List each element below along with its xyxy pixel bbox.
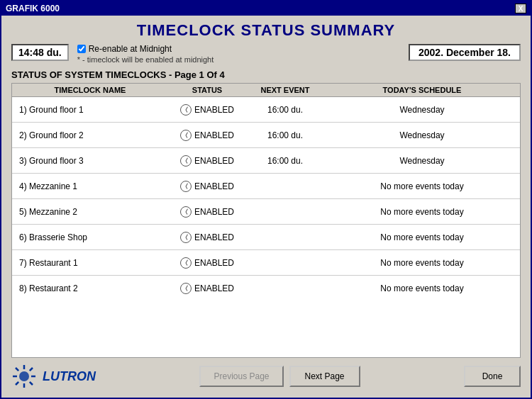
- status-text: ENABLED: [194, 156, 234, 166]
- section-header: STATUS OF SYSTEM TIMECLOCKS - Page 1 Of …: [11, 69, 521, 80]
- cell-timeclock-name: 7) Restaurant 1: [12, 255, 168, 271]
- cell-next-event: [246, 184, 324, 189]
- status-text: ENABLED: [194, 130, 234, 140]
- cell-schedule: Wednesday: [324, 153, 520, 169]
- cell-status: ENABLED: [168, 127, 246, 144]
- done-button[interactable]: Done: [464, 366, 521, 387]
- cell-schedule: No more events today: [324, 179, 520, 194]
- clock-icon: [180, 232, 192, 243]
- cell-next-event: [246, 260, 324, 266]
- clock-icon: [180, 104, 192, 116]
- window-title: GRAFIK 6000: [6, 4, 60, 13]
- clock-icon: [180, 206, 192, 218]
- clock-icon: [180, 257, 192, 269]
- enable-label-text: Re-enable at Midnight: [89, 44, 172, 54]
- close-button[interactable]: X: [515, 4, 526, 13]
- lutron-logo: LUTRON: [11, 364, 96, 389]
- cell-schedule: No more events today: [324, 230, 520, 245]
- cell-status: ENABLED: [168, 152, 246, 169]
- cell-timeclock-name: 3) Ground floor 3: [12, 153, 168, 169]
- cell-status: ENABLED: [168, 280, 246, 297]
- cell-status: ENABLED: [168, 178, 246, 195]
- cell-next-event: [246, 286, 324, 291]
- cell-timeclock-name: 2) Ground floor 2: [12, 128, 168, 143]
- cell-next-event: 16:00 du.: [246, 153, 324, 169]
- table-row[interactable]: 4) Mezzanine 1 ENABLED No more events to…: [12, 174, 520, 199]
- footer: LUTRON Previous Page Next Page Done: [11, 358, 521, 392]
- clock-icon: [180, 181, 192, 192]
- cell-timeclock-name: 1) Ground floor 1: [12, 102, 168, 118]
- svg-line-5: [16, 368, 18, 371]
- col-header-name: TIMECLOCK NAME: [12, 86, 168, 94]
- table-row[interactable]: 3) Ground floor 3 ENABLED 16:00 du. Wedn…: [12, 148, 520, 174]
- enable-checkbox[interactable]: [77, 45, 86, 53]
- footer-buttons: Previous Page Next Page: [101, 366, 458, 387]
- clock-icon: [180, 155, 192, 167]
- cell-next-event: 16:00 du.: [246, 102, 324, 118]
- cell-timeclock-name: 5) Mezzanine 2: [12, 204, 168, 220]
- cell-schedule: No more events today: [324, 255, 520, 271]
- cell-next-event: [246, 235, 324, 240]
- next-page-button[interactable]: Next Page: [289, 366, 360, 387]
- table-row[interactable]: 7) Restaurant 1 ENABLED No more events t…: [12, 250, 520, 276]
- table-body: 1) Ground floor 1 ENABLED 16:00 du. Wedn…: [12, 97, 520, 301]
- table-row[interactable]: 1) Ground floor 1 ENABLED 16:00 du. Wedn…: [12, 97, 520, 123]
- lutron-sun-icon: [11, 364, 37, 389]
- cell-schedule: Wednesday: [324, 128, 520, 143]
- status-text: ENABLED: [194, 105, 234, 115]
- cell-status: ENABLED: [168, 254, 246, 271]
- status-text: ENABLED: [194, 258, 234, 268]
- enable-note: * - timeclock will be enabled at midnigh…: [77, 55, 409, 64]
- title-bar: GRAFIK 6000 X: [1, 1, 531, 16]
- cell-timeclock-name: 4) Mezzanine 1: [12, 179, 168, 194]
- cell-status: ENABLED: [168, 203, 246, 220]
- prev-page-button[interactable]: Previous Page: [199, 366, 283, 387]
- status-text: ENABLED: [194, 232, 234, 242]
- lutron-label: LUTRON: [43, 369, 96, 384]
- enable-label[interactable]: Re-enable at Midnight: [77, 44, 409, 54]
- page-title: TIMECLOCK STATUS SUMMARY: [11, 21, 521, 40]
- enable-section: Re-enable at Midnight * - timeclock will…: [77, 44, 409, 64]
- cell-schedule: No more events today: [324, 204, 520, 220]
- cell-timeclock-name: 6) Brasserie Shop: [12, 230, 168, 245]
- header-row: 14:48 du. Re-enable at Midnight * - time…: [11, 44, 521, 64]
- svg-line-6: [30, 382, 33, 385]
- date-display: 2002. December 18.: [409, 44, 521, 61]
- time-display: 14:48 du.: [11, 44, 69, 61]
- status-text: ENABLED: [194, 207, 234, 217]
- clock-icon: [180, 283, 192, 294]
- table-row[interactable]: 5) Mezzanine 2 ENABLED No more events to…: [12, 199, 520, 225]
- svg-point-0: [19, 371, 29, 381]
- table-row[interactable]: 8) Restaurant 2 ENABLED No more events t…: [12, 276, 520, 301]
- status-text: ENABLED: [194, 283, 234, 293]
- col-header-next-event: NEXT EVENT: [246, 86, 324, 94]
- content-area: TIMECLOCK STATUS SUMMARY 14:48 du. Re-en…: [1, 16, 531, 398]
- cell-schedule: Wednesday: [324, 102, 520, 118]
- table-row[interactable]: 6) Brasserie Shop ENABLED No more events…: [12, 225, 520, 250]
- clock-icon: [180, 130, 192, 141]
- col-header-schedule: TODAY'S SCHEDULE: [324, 86, 520, 94]
- status-text: ENABLED: [194, 181, 234, 191]
- col-header-status: STATUS: [168, 86, 246, 94]
- cell-status: ENABLED: [168, 229, 246, 246]
- svg-line-7: [30, 368, 33, 371]
- cell-timeclock-name: 8) Restaurant 2: [12, 281, 168, 296]
- cell-schedule: No more events today: [324, 281, 520, 296]
- svg-line-8: [16, 382, 18, 385]
- table-row[interactable]: 2) Ground floor 2 ENABLED 16:00 du. Wedn…: [12, 123, 520, 148]
- cell-next-event: [246, 209, 324, 215]
- table-header-row: TIMECLOCK NAME STATUS NEXT EVENT TODAY'S…: [12, 84, 520, 97]
- cell-status: ENABLED: [168, 101, 246, 118]
- cell-next-event: 16:00 du.: [246, 128, 324, 143]
- main-window: GRAFIK 6000 X TIMECLOCK STATUS SUMMARY 1…: [0, 0, 532, 399]
- timeclock-table: TIMECLOCK NAME STATUS NEXT EVENT TODAY'S…: [11, 83, 521, 358]
